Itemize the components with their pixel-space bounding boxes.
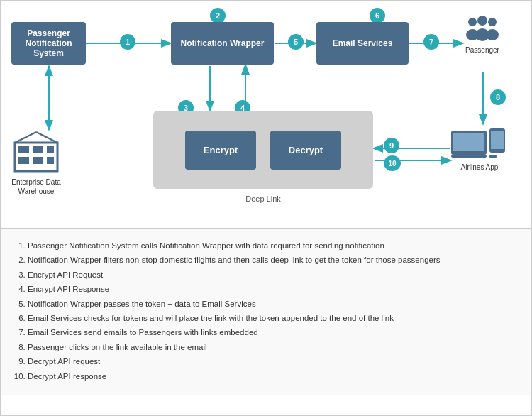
edw-icon	[11, 128, 61, 175]
badge-1: 1	[120, 34, 135, 50]
svg-line-30	[36, 132, 57, 143]
svg-rect-27	[33, 157, 43, 164]
passenger-icon	[464, 15, 501, 43]
legend-item-7: Email Services send emails to Passengers…	[28, 326, 517, 339]
svg-rect-25	[47, 146, 54, 153]
node-encrypt: Encrypt	[185, 131, 256, 170]
svg-point-15	[486, 29, 499, 40]
edw-label: Enterprise DataWarehouse	[11, 177, 60, 196]
badge-6: 6	[370, 8, 385, 23]
deep-link-label: Deep Link	[153, 195, 373, 203]
node-email-services: Email Services	[316, 22, 409, 65]
badge-9: 9	[384, 138, 399, 153]
legend-item-1: Passenger Notification System calls Noti…	[28, 239, 517, 252]
legend-item-10: Decrypt API response	[28, 370, 517, 383]
svg-point-12	[477, 16, 487, 26]
svg-point-10	[468, 18, 477, 26]
node-notification-wrapper: Notification Wrapper	[171, 22, 274, 65]
legend-item-3: Encrypt API Request	[28, 268, 517, 281]
diagram-area: 1 2 3 4 5 6 7 8 9 10 Passenger Notificat…	[1, 1, 531, 228]
legend-item-4: Encrypt API Response	[28, 283, 517, 295]
legend-item-9: Decrypt API request	[28, 355, 517, 368]
svg-rect-18	[451, 155, 487, 158]
badge-2: 2	[210, 8, 226, 23]
node-passenger-notification-system: Passenger Notification System	[11, 22, 86, 65]
badge-8: 8	[490, 89, 506, 105]
svg-rect-28	[47, 157, 54, 164]
badge-5: 5	[288, 34, 304, 50]
legend-area: Passenger Notification System calls Noti…	[1, 228, 531, 395]
svg-line-29	[15, 132, 36, 143]
legend-list: Passenger Notification System calls Noti…	[15, 239, 517, 383]
node-decrypt: Decrypt	[270, 131, 341, 170]
badge-10: 10	[384, 155, 401, 171]
airlines-area: Airlines App	[451, 125, 508, 171]
edw-area: Enterprise DataWarehouse	[11, 128, 61, 196]
legend-item-6: Email Services checks for tokens and wil…	[28, 312, 517, 324]
svg-rect-23	[18, 146, 29, 153]
svg-rect-20	[491, 131, 504, 149]
badge-7: 7	[423, 34, 439, 50]
passenger-label: Passenger	[465, 46, 499, 54]
svg-rect-26	[18, 157, 29, 164]
legend-item-5: Notification Wrapper passes the token + …	[28, 297, 517, 310]
legend-item-2: Notification Wrapper filters non-stop do…	[28, 253, 517, 266]
svg-point-14	[488, 18, 497, 26]
deep-link-box: Encrypt Decrypt Deep Link	[153, 111, 373, 189]
legend-item-8: Passenger clicks on the link available i…	[28, 341, 517, 354]
svg-rect-17	[453, 133, 484, 151]
svg-rect-21	[489, 155, 497, 158]
airlines-label: Airlines App	[461, 163, 499, 171]
svg-rect-24	[33, 146, 43, 153]
passenger-area: Passenger	[464, 15, 501, 54]
airlines-icon	[451, 125, 508, 160]
